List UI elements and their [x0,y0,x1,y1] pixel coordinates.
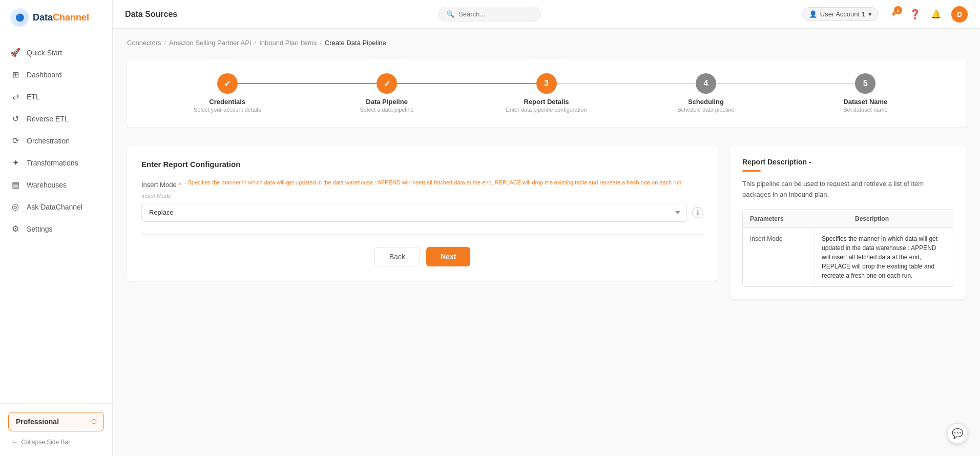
insert-mode-sublabel: Insert Mode [141,193,703,199]
step-circle-1: ✓ [217,73,238,94]
topbar: Data Sources 🔍 👤 User Account 1 ▾ ✦ 2 ❓ … [113,0,980,29]
etl-icon: ⇄ [10,92,20,101]
chat-icon: 💬 [952,428,963,439]
description-panel: Report Description - This pipeline can b… [730,146,966,299]
breadcrumb-current: Create Data Pipeline [325,39,386,47]
form-title: Enter Report Configuration [141,160,703,169]
help-button[interactable]: ❓ [909,9,921,20]
insert-mode-select[interactable]: Replace Append [141,203,687,222]
step-scheduling: 4 Scheduling Schedule data pipeline [626,73,785,113]
settings-icon: ⚙ [10,224,20,234]
params-col-header-2: Description [848,210,953,227]
chevron-down-icon: ▾ [868,10,872,18]
transformations-icon: ✦ [10,158,20,168]
sidebar-item-label: Orchestration [27,137,70,145]
search-icon: 🔍 [446,10,454,18]
sidebar-item-label: ETL [27,93,40,101]
dashboard-icon: ⊞ [10,70,20,79]
desc-accent [742,170,761,172]
main-area: Data Sources 🔍 👤 User Account 1 ▾ ✦ 2 ❓ … [113,0,980,456]
form-layout: Enter Report Configuration Insert Mode* … [127,146,966,299]
step-label-2: Data Pipeline [366,98,408,106]
info-icon[interactable]: ℹ [692,207,703,218]
step-circle-2: ✓ [377,73,397,94]
breadcrumb-amazon[interactable]: Amazon Selling Partner API [169,39,251,47]
breadcrumb-inbound[interactable]: Inbound Plan Items [259,39,317,47]
logo-channel: Channel [53,12,89,23]
bell-button[interactable]: 🔔 [928,6,944,23]
sidebar-item-label: Settings [27,225,53,233]
search-input[interactable] [458,10,525,18]
step-label-4: Scheduling [688,98,724,106]
user-avatar-small: 👤 [809,10,817,18]
user-dropdown[interactable]: 👤 User Account 1 ▾ [802,7,879,21]
step-label-1: Credentials [209,98,245,106]
param-name-1: Insert Mode [743,228,815,286]
sparkle-button[interactable]: ✦ 2 [886,6,902,23]
back-button[interactable]: Back [374,247,420,266]
insert-mode-label: Insert Mode* - Specifies the manner in w… [141,179,703,191]
bell-icon: 🔔 [931,9,941,19]
breadcrumb: Connectors / Amazon Selling Partner API … [127,39,966,47]
form-buttons: Back Next [141,247,703,266]
step-sublabel-2: Select a data pipeline [360,107,414,113]
breadcrumb-connectors[interactable]: Connectors [127,39,161,47]
form-panel: Enter Report Configuration Insert Mode* … [127,146,718,281]
reverse-etl-icon: ↺ [10,114,20,123]
sidebar-item-warehouses[interactable]: ▤ Warehouses [0,174,112,196]
step-label-3: Report Details [524,98,569,106]
logo-icon: 🔵 [10,8,29,27]
step-sublabel-1: Select your account details [194,107,261,113]
collapse-label: Collapse Side Bar [21,439,70,446]
logo-data: Data [33,12,53,23]
search-bar[interactable]: 🔍 [439,7,541,22]
desc-title: Report Description - [742,158,953,166]
next-button[interactable]: Next [426,247,470,266]
step-sublabel-5: Set dataset name [843,107,887,113]
breadcrumb-sep-1: / [164,39,166,47]
step-circle-3: 3 [536,73,557,94]
step-circle-5: 5 [855,73,875,94]
breadcrumb-sep-3: / [320,39,322,47]
sidebar-item-label: Ask DataChannel [27,203,82,211]
insert-mode-field: Insert Mode* - Specifies the manner in w… [141,179,703,222]
user-label: User Account 1 [820,10,865,18]
professional-badge[interactable]: Professional ⬡ [8,412,104,431]
collapse-sidebar-button[interactable]: |← Collapse Side Bar [8,437,104,448]
breadcrumb-sep-2: / [255,39,257,47]
sidebar-bottom: Professional ⬡ |← Collapse Side Bar [0,403,112,456]
step-data-pipeline: ✓ Data Pipeline Select a data pipeline [307,73,466,113]
avatar-button[interactable]: D [951,6,968,23]
params-table: Parameters Description Insert Mode Speci… [742,210,953,287]
step-sublabel-3: Enter data pipeline configuration [506,107,587,113]
insert-mode-select-wrapper: Replace Append ℹ [141,203,703,222]
sidebar-item-reverse-etl[interactable]: ↺ Reverse ETL [0,108,112,130]
sidebar-item-quick-start[interactable]: 🚀 Quick Start [0,42,112,64]
desc-text: This pipeline can be used to request and… [742,179,953,200]
topbar-right: 👤 User Account 1 ▾ ✦ 2 ❓ 🔔 D [802,6,968,23]
step-dataset-name: 5 Dataset Name Set dataset name [786,73,945,113]
required-star: * [179,181,181,189]
sidebar-item-etl[interactable]: ⇄ ETL [0,86,112,108]
sidebar-item-settings[interactable]: ⚙ Settings [0,218,112,240]
params-row-1: Insert Mode Specifies the manner in whic… [743,228,953,286]
collapse-arrow-icon: |← [10,439,18,446]
logo-text: DataChannel [33,12,89,23]
external-link-icon: ⬡ [91,418,96,425]
content-area: Connectors / Amazon Selling Partner API … [113,29,980,456]
orchestration-icon: ⟳ [10,136,20,146]
stepper: ✓ Credentials Select your account detail… [127,59,966,127]
sidebar-item-dashboard[interactable]: ⊞ Dashboard [0,64,112,86]
form-divider [141,234,703,235]
chat-bubble-button[interactable]: 💬 [947,423,968,444]
logo: 🔵 DataChannel [0,0,112,35]
warehouses-icon: ▤ [10,180,20,190]
param-desc-1: Specifies the manner in which data will … [815,228,953,286]
sidebar-item-label: Quick Start [27,49,62,57]
step-circle-4: 4 [696,73,716,94]
sidebar-item-orchestration[interactable]: ⟳ Orchestration [0,130,112,152]
notification-badge: 2 [894,6,902,14]
sidebar-item-transformations[interactable]: ✦ Transformations [0,152,112,174]
rocket-icon: 🚀 [10,48,20,57]
sidebar-item-ask-datachannel[interactable]: ◎ Ask DataChannel [0,196,112,218]
